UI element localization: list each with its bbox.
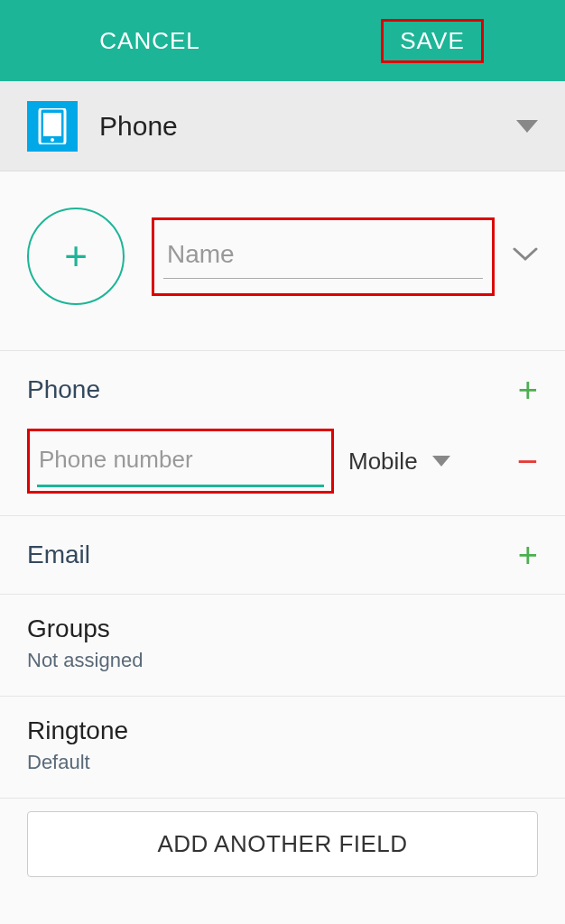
chevron-down-icon [516,120,538,133]
phone-highlight [27,429,334,494]
phone-type-label[interactable]: Mobile [348,448,418,476]
phone-section: Phone + Mobile − [0,351,565,516]
plus-icon: + [64,236,88,276]
ringtone-title: Ringtone [27,716,538,745]
save-button[interactable]: SAVE [400,27,464,55]
ringtone-row[interactable]: Ringtone Default [0,697,565,799]
groups-value: Not assigned [27,649,538,672]
groups-row[interactable]: Groups Not assigned [0,595,565,697]
phone-device-icon [27,101,78,152]
add-another-field-button[interactable]: ADD ANOTHER FIELD [27,811,538,877]
remove-phone-button[interactable]: − [517,443,538,479]
svg-rect-1 [43,113,61,136]
add-email-button[interactable]: + [518,538,538,572]
groups-title: Groups [27,614,538,643]
account-label: Phone [99,111,516,142]
add-photo-button[interactable]: + [27,208,125,305]
ringtone-value: Default [27,751,538,774]
add-field-wrap: ADD ANOTHER FIELD [0,799,565,890]
expand-name-button[interactable] [513,247,538,265]
save-highlight: SAVE [381,19,483,63]
phone-number-input[interactable] [37,442,324,487]
chevron-down-icon[interactable] [432,456,450,467]
cancel-button[interactable]: CANCEL [81,18,218,64]
header-bar: CANCEL SAVE [0,0,565,81]
svg-point-2 [51,138,54,142]
phone-section-title: Phone [27,375,100,404]
name-input[interactable] [163,235,483,279]
account-selector[interactable]: Phone [0,81,565,171]
name-highlight [152,217,495,296]
email-section-title: Email [27,541,90,569]
add-phone-button[interactable]: + [518,373,538,407]
name-section: + [0,171,565,351]
email-section: Email + [0,516,565,595]
